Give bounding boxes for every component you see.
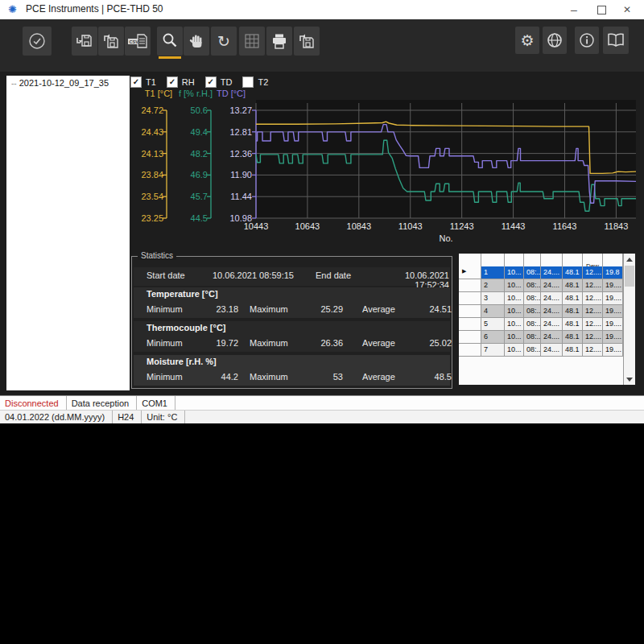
start-date-value: 10.06.2021 08:59:15 xyxy=(213,270,294,280)
rotate-arrow-icon: ↻ xyxy=(217,34,230,49)
window-title: PCE Instruments | PCE-THD 50 xyxy=(26,3,163,14)
table-cell[interactable]: 08:... xyxy=(524,305,541,318)
table-cell[interactable]: 6 xyxy=(481,331,505,344)
table-cell[interactable]: 24.... xyxy=(541,279,563,292)
scrollbar-thumb[interactable] xyxy=(625,266,634,287)
x-tick-label: 11843 xyxy=(597,221,634,231)
table-cell[interactable]: 08:... xyxy=(524,292,541,305)
table-cell[interactable]: 48.1 xyxy=(563,318,583,331)
stats-date-row: Start date 10.06.2021 08:59:15 End date … xyxy=(134,267,450,286)
table-cell[interactable]: 08:... xyxy=(524,318,541,331)
minimize-button[interactable]: – xyxy=(560,0,588,19)
table-cell[interactable]: 10... xyxy=(505,318,524,331)
row-selector-cell[interactable] xyxy=(459,344,481,357)
table-cell[interactable]: 12.... xyxy=(583,279,603,292)
table-cell[interactable]: 7 xyxy=(481,344,505,357)
table-cell[interactable]: 1 xyxy=(481,266,505,279)
table-cell[interactable]: 10... xyxy=(505,305,524,318)
print-button[interactable] xyxy=(266,27,292,56)
main-content: --2021-10-12_09_17_35 ✓T1✓RH✓TDT2 T1 [°C… xyxy=(0,72,644,395)
manual-button[interactable] xyxy=(603,27,629,54)
app-window: ✺ PCE Instruments | PCE-THD 50 – ✕ xyxy=(0,0,644,423)
pan-tool-button[interactable] xyxy=(184,27,209,56)
table-cell[interactable]: 08:... xyxy=(524,344,541,357)
export-csv-button[interactable]: CSV xyxy=(125,27,151,56)
row-marker-icon[interactable]: ▶ xyxy=(459,266,481,279)
table-cell[interactable]: 10... xyxy=(505,331,524,344)
table-cell[interactable]: 19.... xyxy=(603,292,623,305)
table-cell[interactable]: 24.... xyxy=(541,292,563,305)
tree-item-measurement[interactable]: --2021-10-12_09_17_35 xyxy=(6,76,130,88)
table-cell[interactable]: 12.... xyxy=(583,318,603,331)
connect-button[interactable] xyxy=(23,27,52,56)
save-data-button[interactable] xyxy=(98,27,124,56)
table-cell[interactable]: 4 xyxy=(481,305,505,318)
table-cell[interactable]: 10... xyxy=(505,344,524,357)
save-graphic-button[interactable] xyxy=(294,27,320,56)
magnifier-icon xyxy=(160,31,180,51)
row-selector-cell[interactable] xyxy=(459,292,481,305)
avg-value: 25.02 xyxy=(391,338,452,348)
table-cell[interactable]: 12.... xyxy=(583,344,603,357)
table-cell[interactable]: 08:... xyxy=(524,279,541,292)
scroll-up-icon[interactable] xyxy=(624,254,635,265)
table-cell[interactable]: 19.... xyxy=(603,318,623,331)
maximize-button[interactable] xyxy=(588,0,615,19)
min-value: 23.18 xyxy=(182,304,238,314)
import-data-button[interactable] xyxy=(72,27,97,56)
close-button[interactable]: ✕ xyxy=(613,0,641,19)
table-cell[interactable]: 48.1 xyxy=(563,279,583,292)
row-selector-cell[interactable] xyxy=(459,318,481,331)
table-cell[interactable]: 48.1 xyxy=(563,292,583,305)
table-cell[interactable]: 08:... xyxy=(524,331,541,344)
scroll-down-icon[interactable] xyxy=(624,374,635,385)
y-tick-label: 24.13 xyxy=(129,149,163,159)
table-cell[interactable]: 19.... xyxy=(603,279,623,292)
section-title: Temperature [°C] xyxy=(147,289,218,299)
table-cell[interactable]: 48.1 xyxy=(563,305,583,318)
table-cell[interactable]: 3 xyxy=(481,292,505,305)
table-cell[interactable]: 48.1 xyxy=(563,266,583,279)
table-cell[interactable]: 24.... xyxy=(541,305,563,318)
row-selector-cell[interactable] xyxy=(459,305,481,318)
settings-button[interactable]: ⚙ xyxy=(515,27,539,54)
table-cell[interactable]: 19.8 xyxy=(603,266,623,279)
table-cell[interactable]: 12.... xyxy=(583,305,603,318)
table-cell[interactable]: 12.... xyxy=(583,292,603,305)
table-cell[interactable]: 10... xyxy=(505,292,524,305)
min-value: 44.2 xyxy=(182,372,238,382)
app-logo-icon: ✺ xyxy=(8,3,17,16)
table-cell[interactable]: 24.... xyxy=(541,266,563,279)
table-cell[interactable]: 48.1 xyxy=(563,344,583,357)
table-cell[interactable]: 5 xyxy=(481,318,505,331)
row-selector-cell[interactable] xyxy=(459,279,481,292)
stats-section-thermocouple: Thermocouple [°C] Minimum 19.72 Maximum … xyxy=(134,321,450,352)
language-button[interactable] xyxy=(543,27,567,54)
table-cell[interactable]: 10... xyxy=(505,266,524,279)
row-selector-cell[interactable] xyxy=(459,331,481,344)
y-tick-label: 11.44 xyxy=(213,192,252,201)
table-cell[interactable]: 24.... xyxy=(541,331,563,344)
table-cell[interactable]: 10... xyxy=(505,279,524,292)
table-cell[interactable]: 19.... xyxy=(603,331,623,344)
table-cell[interactable]: 08:... xyxy=(524,266,541,279)
x-tick-label: 11243 xyxy=(444,221,481,231)
grid-view-button[interactable] xyxy=(239,27,265,56)
table-cell[interactable]: 2 xyxy=(481,279,505,292)
active-tool-underline xyxy=(159,56,181,59)
table-cell[interactable]: 24.... xyxy=(541,344,563,357)
book-icon xyxy=(606,31,625,49)
section-title: Moisture [r.H. %] xyxy=(147,357,217,366)
zoom-tool-button[interactable] xyxy=(157,27,183,56)
info-button[interactable] xyxy=(575,27,599,54)
table-cell[interactable]: 24.... xyxy=(541,318,563,331)
table-scrollbar[interactable] xyxy=(623,254,635,385)
table-cell[interactable]: 12.... xyxy=(583,331,603,344)
status-bar: Disconnected Data reception COM1 xyxy=(0,395,644,410)
table-cell[interactable]: 19.... xyxy=(603,305,623,318)
table-cell[interactable]: 12.... xyxy=(583,266,603,279)
table-cell[interactable]: 19.... xyxy=(603,344,623,357)
table-cell[interactable]: 48.1 xyxy=(563,331,583,344)
x-tick-label: 10843 xyxy=(341,221,378,231)
reset-zoom-button[interactable]: ↻ xyxy=(211,27,237,56)
